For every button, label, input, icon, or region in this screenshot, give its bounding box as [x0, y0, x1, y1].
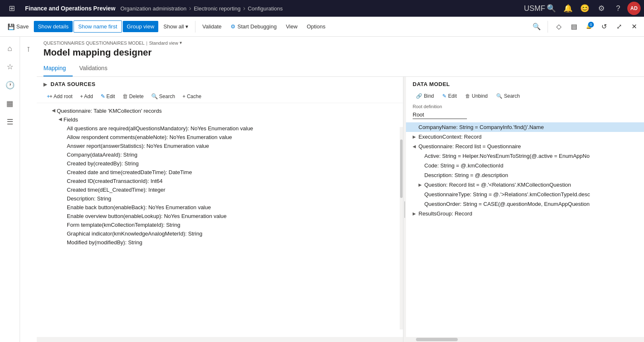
list-item[interactable]: Description: String [37, 194, 403, 203]
filter-icon[interactable]: ⊺ [20, 41, 37, 58]
unbind-button[interactable]: 🗑 Unbind [462, 91, 491, 101]
dm-item-questionnaire-type[interactable]: QuestionnaireType: String = @.'>Relation… [406, 190, 644, 199]
dm-label-code: Code: String = @.kmCollectionId [424, 162, 641, 169]
refresh-icon[interactable]: ↺ [597, 20, 611, 33]
apps-icon[interactable]: ⊞ [3, 0, 20, 17]
field-label: Allow respondent comments(enableNote): N… [67, 134, 396, 140]
list-item[interactable]: Allow respondent comments(enableNote): N… [37, 133, 403, 142]
root-def-label: Root definition [413, 104, 637, 109]
dm-item-active[interactable]: Active: String = Helper.NoYesEnumToStrin… [406, 151, 644, 161]
search-ds-icon: 🔍 [151, 93, 158, 99]
content-area: QUESTIONNAIRES QUESTIONNAIRES MODEL | St… [37, 37, 644, 342]
notifications-icon[interactable]: 🔔 [560, 1, 576, 16]
list-item[interactable]: Answer report(answerStatistics): NoYes E… [37, 142, 403, 150]
search-toolbar-icon[interactable]: 🔍 [530, 20, 543, 33]
dm-horizontal-scrollbar[interactable] [406, 337, 644, 342]
tab-validations[interactable]: Validations [79, 61, 114, 76]
help-icon[interactable]: ? [611, 1, 626, 16]
dm-item-questionnaire[interactable]: ◀ Questionnaire: Record list = Questionn… [406, 142, 644, 151]
show-all-button[interactable]: Show all ▾ [159, 21, 193, 32]
dm-label-qt: QuestionnaireType: String = @.'>Relation… [424, 191, 641, 198]
dm-item-exec-context[interactable]: ▶ ExecutionContext: Record [406, 132, 644, 142]
sidebar-recent-icon[interactable]: 🕐 [2, 77, 18, 94]
list-item[interactable]: Created ID(createdTransactionId): Int64 [37, 177, 403, 185]
data-model-panel: DATA MODEL 🔗 Bind ✎ Edit 🗑 Unbind [406, 77, 644, 342]
sidebar-star-icon[interactable]: ☆ [2, 58, 18, 75]
field-label: Graphical indicator(kmKnowledgeAnalogMet… [67, 231, 396, 237]
list-item[interactable]: Created time(dEL_CreatedTime): Integer [37, 185, 403, 194]
unbind-icon: 🗑 [465, 93, 470, 99]
edit-dm-button[interactable]: ✎ Edit [439, 91, 460, 101]
top-nav: ⊞ Finance and Operations Preview Organiz… [0, 0, 644, 17]
add-button[interactable]: + Add [77, 92, 96, 101]
options-button[interactable]: Options [302, 21, 330, 32]
horizontal-scrollbar[interactable] [37, 337, 403, 342]
ds-expand-icon[interactable]: ▶ [43, 81, 47, 87]
list-item[interactable]: Created by(createdBy): String [37, 159, 403, 168]
search-nav-icon[interactable]: 🔍 [544, 1, 559, 16]
list-item[interactable]: Enable overview button(enableLookup): No… [37, 212, 403, 220]
sidebar-list-icon[interactable]: ☰ [2, 114, 18, 130]
breadcrumb-org[interactable]: Organization administration [120, 5, 186, 12]
list-item[interactable]: Modified by(modifiedBy): String [37, 238, 403, 247]
root-expand-icon: ◀ [50, 108, 57, 113]
dm-item-question-order[interactable]: QuestionOrder: String = CASE(@.questionM… [406, 199, 644, 209]
diamond-icon[interactable]: ◇ [552, 20, 565, 33]
fields-expand-icon: ◀ [57, 117, 63, 122]
validate-button[interactable]: Validate [198, 21, 226, 32]
settings-icon[interactable]: ⚙ [594, 1, 609, 16]
dm-item-results-group[interactable]: ▶ ResultsGroup: Record [406, 209, 644, 218]
view-selector[interactable]: Standard view ▾ [149, 40, 182, 46]
user-avatar[interactable]: AD [627, 2, 641, 15]
breadcrumb-questionnaires[interactable]: QUESTIONNAIRES QUESTIONNAIRES MODEL [43, 41, 145, 46]
list-item[interactable]: Company(dataAreaId): String [37, 150, 403, 159]
breadcrumb-config[interactable]: Configurations [248, 5, 283, 12]
dm-item-description[interactable]: Description: String = @.description [406, 170, 644, 180]
list-item[interactable]: Enable back button(enableBack): NoYes En… [37, 203, 403, 212]
layout-icon[interactable]: ▤ [567, 20, 581, 33]
dm-item-code[interactable]: Code: String = @.kmCollectionId [406, 161, 644, 170]
filter-area: ⊺ [20, 37, 37, 342]
sidebar-home-icon[interactable]: ⌂ [2, 40, 18, 57]
list-item[interactable]: Created date and time(createdDateTime): … [37, 168, 403, 177]
start-debugging-button[interactable]: ⚙ Start Debugging [226, 21, 281, 32]
ds-title: DATA SOURCES [51, 81, 96, 87]
list-item[interactable]: Graphical indicator(kmKnowledgeAnalogMet… [37, 229, 403, 238]
vertical-scrollbar[interactable] [400, 127, 403, 329]
badge-icon[interactable]: 🔔 0 [582, 20, 596, 33]
sidebar-calendar-icon[interactable]: ▦ [2, 95, 18, 112]
field-label: Created by(createdBy): String [67, 160, 396, 167]
field-label: Enable back button(enableBack): NoYes En… [67, 204, 396, 210]
cache-button[interactable]: + Cache [179, 92, 205, 101]
view-button[interactable]: View [281, 21, 302, 32]
search-dm-icon: 🔍 [496, 93, 502, 99]
add-root-button[interactable]: + + Add root [43, 91, 76, 101]
delete-button[interactable]: 🗑 Delete [119, 91, 147, 101]
search-ds-button[interactable]: 🔍 Search [148, 91, 178, 101]
search-dm-button[interactable]: 🔍 Search [493, 91, 523, 101]
field-label: Created date and time(createdDateTime): … [67, 169, 396, 175]
bind-button[interactable]: 🔗 Bind [413, 91, 437, 101]
toolbar-right-icons: ◇ ▤ 🔔 0 ↺ ⤢ ✕ [552, 20, 641, 33]
field-label: Created time(dEL_CreatedTime): Integer [67, 187, 396, 193]
list-item[interactable]: Form template(kmCollectionTemplateId): S… [37, 220, 403, 229]
dm-label-desc: Description: String = @.description [424, 172, 641, 178]
dm-toolbar: 🔗 Bind ✎ Edit 🗑 Unbind 🔍 Search [406, 90, 644, 102]
edit-ds-button[interactable]: ✎ Edit [97, 91, 119, 101]
dm-label-a: Active: String = Helper.NoYesEnumToStrin… [424, 153, 641, 159]
tree-root-node[interactable]: ◀ Questionnaire: Table 'KMCollection' re… [37, 106, 403, 115]
close-icon[interactable]: ✕ [627, 20, 641, 33]
save-button[interactable]: 💾 Save [3, 21, 33, 33]
dm-item-question[interactable]: ▶ Question: Record list = @.'<Relations'… [406, 180, 644, 190]
open-new-icon[interactable]: ⤢ [612, 20, 626, 33]
show-name-first-button[interactable]: Show name first [74, 20, 122, 33]
chat-icon[interactable]: 😊 [577, 1, 592, 16]
main-toolbar: 💾 Save Show details Show name first Grou… [0, 17, 644, 37]
tab-mapping[interactable]: Mapping [43, 61, 73, 76]
list-item[interactable]: All questions are required(allQuestionsM… [37, 124, 403, 133]
dm-item-company-name[interactable]: CompanyName: String = CompanyInfo.'find(… [406, 122, 644, 132]
breadcrumb-er[interactable]: Electronic reporting [194, 5, 241, 12]
fields-node[interactable]: ◀ Fields [37, 115, 403, 124]
show-details-button[interactable]: Show details [34, 21, 73, 32]
group-view-button[interactable]: Group view [123, 21, 159, 32]
